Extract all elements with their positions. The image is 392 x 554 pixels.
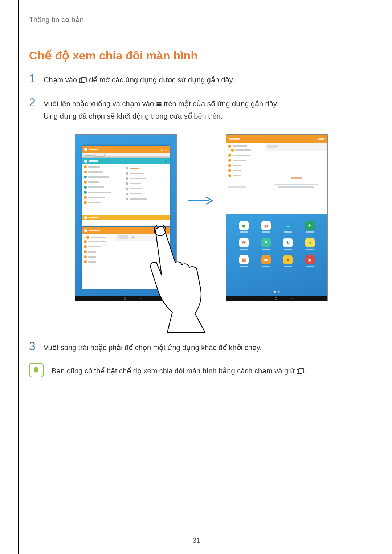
nav-bar: ⇦◻▭ <box>75 296 176 301</box>
svg-rect-3 <box>156 104 161 106</box>
tip-post: . <box>305 367 307 375</box>
page-heading: Chế độ xem chia đôi màn hình <box>29 49 374 62</box>
split-screen-icon <box>156 99 162 110</box>
figure-right-tablet: ▾ + <box>226 134 328 308</box>
tip-text: Bạn cũng có thể bật chế độ xem chia đôi … <box>52 363 307 377</box>
step-text: Vuốt sang trái hoặc phải để chọn một ứng… <box>44 341 262 353</box>
recents-icon <box>297 366 305 377</box>
step-1-pre: Chạm vào <box>44 76 79 84</box>
step-2-pre: Vuốt lên hoặc xuống và chạm vào <box>44 100 156 108</box>
step-2-line2: Ứng dụng đã chọn sẽ khởi động trong cửa … <box>44 112 222 120</box>
step-3: 3 Vuốt sang trái hoặc phải để chọn một ứ… <box>29 341 374 353</box>
step-text: Vuốt lên hoặc xuống và chạm vào trên một… <box>44 97 278 122</box>
nav-bar: ⇦◻▭ <box>226 296 327 301</box>
step-text: Chạm vào để mở các ứng dụng được sử dụng… <box>44 73 234 86</box>
app-icon: ■ <box>277 255 299 267</box>
bell-icon <box>29 363 44 377</box>
svg-rect-1 <box>81 78 86 82</box>
app-icon: ◉ <box>233 221 255 233</box>
tip-notice: Bạn cũng có thể bật chế độ xem chia đôi … <box>29 363 374 377</box>
tip-pre: Bạn cũng có thể bật chế độ xem chia đôi … <box>52 367 297 375</box>
arrow-right-icon <box>188 196 215 205</box>
app-icon: ▦ <box>233 255 255 267</box>
app-icon: ⌣ <box>277 221 299 233</box>
app-icon: M <box>233 238 255 250</box>
app-icon: ✕ <box>299 238 321 250</box>
new-tab-plus: + <box>280 144 285 149</box>
figure-left-tablet: ▭ ✕ ✕ <box>75 134 177 330</box>
step-number: 3 <box>29 340 44 352</box>
page-number: 31 <box>19 537 374 545</box>
app-icon: ▶ <box>299 255 321 267</box>
step-number: 1 <box>29 73 44 84</box>
app-icon: ✉ <box>255 255 277 267</box>
step-1: 1 Chạm vào để mở các ứng dụng được sử dụ… <box>29 73 374 86</box>
step-2: 2 Vuốt lên hoặc xuống và chạm vào trên m… <box>29 97 374 122</box>
step-2-post: trên một cửa sổ ứng dụng gần đây. <box>164 100 278 108</box>
app-icon: ↻ <box>277 238 299 250</box>
svg-rect-2 <box>156 102 161 104</box>
app-icon: ❝ <box>255 238 277 250</box>
app-icon: ✈ <box>299 221 321 233</box>
step-1-post: để mở các ứng dụng được sử dụng gần đây. <box>89 76 234 84</box>
app-icon: ◎ <box>255 221 277 233</box>
svg-rect-7 <box>299 369 304 373</box>
recents-icon <box>79 75 87 86</box>
breadcrumb: Thông tin cơ bản <box>29 15 374 24</box>
page-container: Thông tin cơ bản Chế độ xem chia đôi màn… <box>18 0 374 554</box>
figure: ▭ ✕ ✕ <box>29 134 374 330</box>
step-number: 2 <box>29 97 44 108</box>
